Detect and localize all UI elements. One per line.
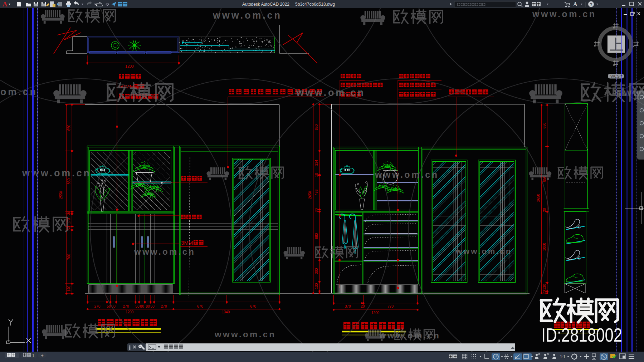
svg-text:20: 20 (361, 304, 365, 308)
svg-text:650: 650 (67, 124, 71, 131)
svg-text:A: A (573, 1, 577, 7)
svg-text:760: 760 (67, 254, 71, 260)
svg-text:www.om.cn: www.om.cn (214, 329, 276, 339)
svg-text:80: 80 (146, 304, 150, 308)
svg-text:2650: 2650 (536, 194, 540, 202)
svg-text:670: 670 (197, 304, 203, 308)
svg-text:270: 270 (161, 304, 167, 308)
svg-text:300: 300 (314, 268, 318, 274)
svg-text:140: 140 (67, 285, 71, 292)
svg-text:2650: 2650 (308, 191, 312, 199)
svg-text:370: 370 (345, 304, 351, 308)
svg-text:650: 650 (314, 124, 318, 130)
svg-text:3MM: 3MM (181, 240, 193, 246)
svg-text:1:1: 1:1 (560, 354, 565, 359)
svg-text:ID:2818002: ID:2818002 (541, 324, 622, 346)
svg-text:10: 10 (314, 173, 318, 177)
svg-text:770: 770 (387, 304, 394, 308)
svg-text:270: 270 (123, 304, 129, 308)
svg-text:50: 50 (150, 304, 155, 308)
svg-text:334: 334 (314, 160, 318, 166)
svg-text:www.om.cn: www.om.cn (455, 247, 512, 256)
svg-text:+: + (41, 353, 44, 358)
svg-text:670: 670 (250, 304, 256, 308)
svg-text:50: 50 (135, 304, 140, 308)
svg-text:www.om.cn: www.om.cn (532, 9, 596, 19)
svg-text:20: 20 (542, 208, 546, 212)
svg-text:www.om.cn: www.om.cn (296, 87, 365, 98)
svg-text:WCS: WCS (610, 74, 620, 78)
svg-text:1000: 1000 (542, 243, 546, 251)
svg-text:1200: 1200 (126, 310, 134, 314)
svg-text:1: 1 (32, 353, 34, 358)
svg-text:?: ? (590, 2, 592, 6)
svg-text:1200: 1200 (125, 64, 134, 68)
svg-text:850: 850 (67, 178, 71, 184)
svg-text:476: 476 (314, 189, 318, 195)
svg-text:50: 50 (107, 304, 111, 308)
svg-text:30: 30 (314, 208, 318, 212)
svg-text:www.om.cn: www.om.cn (0, 87, 38, 97)
svg-text:80: 80 (140, 304, 144, 308)
svg-text:20: 20 (542, 290, 546, 294)
svg-text:650: 650 (542, 122, 546, 128)
svg-text:www.om.cn: www.om.cn (379, 331, 440, 340)
svg-text:270: 270 (94, 304, 101, 308)
svg-text:130: 130 (314, 283, 318, 289)
svg-text:1340: 1340 (222, 310, 230, 314)
svg-text:30: 30 (67, 211, 71, 215)
svg-text:A: A (3, 0, 8, 8)
svg-text:Autodesk AutoCAD 2022: Autodesk AutoCAD 2022 (242, 1, 289, 7)
svg-text:www.om.cn: www.om.cn (213, 10, 282, 21)
svg-text:www.om.cn: www.om.cn (134, 247, 195, 256)
svg-text:2550: 2550 (59, 191, 63, 199)
svg-text:5b3c47cb6d518.dwg: 5b3c47cb6d518.dwg (295, 1, 335, 7)
svg-text:1200: 1200 (371, 311, 380, 315)
svg-text:www.om.cn: www.om.cn (375, 170, 439, 180)
svg-text:680: 680 (314, 233, 318, 239)
svg-text:130: 130 (542, 284, 546, 290)
